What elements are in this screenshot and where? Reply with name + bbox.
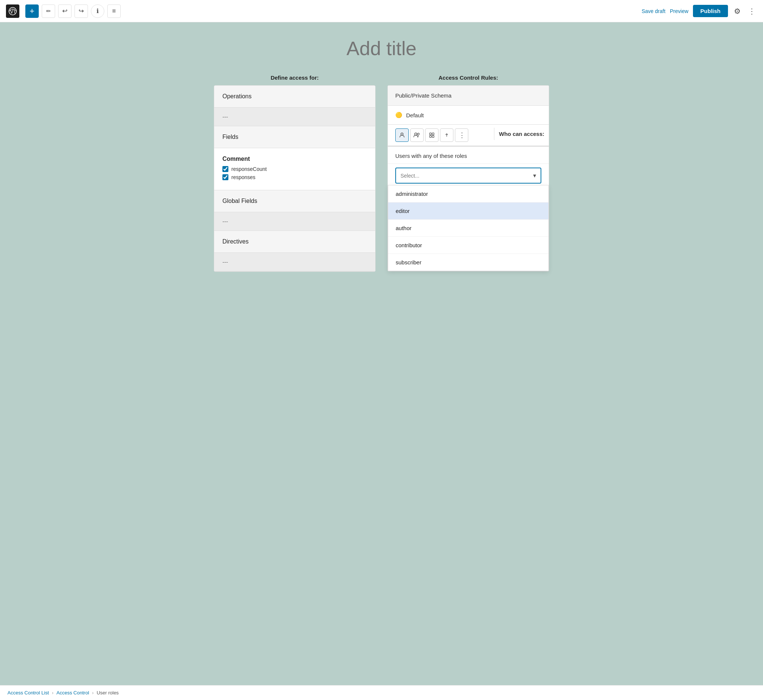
- left-col-label: Define access for:: [214, 75, 376, 81]
- operations-label: Operations: [222, 93, 251, 99]
- breadcrumb-bar: Access Control List › Access Control › U…: [0, 685, 763, 700]
- add-block-button[interactable]: +: [25, 5, 39, 18]
- responseCount-label: responseCount: [231, 166, 267, 172]
- list-item[interactable]: Operations: [214, 86, 375, 108]
- fields-label: Fields: [222, 134, 238, 140]
- checkbox-row: responses: [222, 174, 367, 180]
- dropdown-item[interactable]: editor: [388, 203, 548, 220]
- info-button[interactable]: ℹ: [91, 5, 104, 18]
- separator-label: ---: [222, 114, 228, 120]
- breadcrumb-separator: ›: [92, 690, 94, 695]
- users-icon-button[interactable]: [410, 128, 424, 142]
- list-item: ---: [214, 212, 375, 231]
- list-item[interactable]: Comment responseCount responses: [214, 148, 375, 190]
- directives-label: Directives: [222, 238, 249, 245]
- breadcrumb-access-control[interactable]: Access Control: [56, 690, 89, 695]
- list-item: ---: [214, 108, 375, 126]
- right-panel: Public/Private Schema 🟡 Default: [387, 85, 549, 272]
- list-item[interactable]: Directives: [214, 231, 375, 253]
- who-can-access-overlay: Who can access:: [494, 128, 549, 140]
- select-container: ▾: [388, 164, 549, 184]
- responses-label: responses: [231, 174, 255, 180]
- breadcrumb-separator: ›: [52, 690, 53, 695]
- breadcrumb-access-control-list[interactable]: Access Control List: [8, 690, 49, 695]
- topbar-right: Save draft Preview Publish ⚙ ⋮: [642, 5, 757, 17]
- svg-point-1: [401, 133, 403, 135]
- sort-icon-button[interactable]: [440, 128, 453, 142]
- redo-button[interactable]: ↪: [75, 5, 88, 18]
- who-access-section: Users with any of these roles ▾ administ…: [388, 146, 549, 271]
- two-column-layout: Define access for: Operations --- Fields…: [214, 75, 549, 272]
- responses-checkbox[interactable]: [222, 174, 229, 180]
- topbar: + ✏ ↩ ↪ ℹ ≡ Save draft Preview Publish ⚙…: [0, 0, 763, 22]
- dropdown-item[interactable]: author: [388, 220, 548, 237]
- svg-point-3: [418, 133, 420, 135]
- grid-icon-button[interactable]: [425, 128, 439, 142]
- svg-rect-7: [432, 136, 434, 138]
- wp-logo: [6, 5, 19, 18]
- edit-button[interactable]: ✏: [42, 5, 55, 18]
- dropdown-list: administrator editor author contributor: [388, 185, 549, 271]
- default-emoji: 🟡: [395, 112, 403, 119]
- dropdown-item[interactable]: subscriber: [388, 254, 548, 271]
- list-item[interactable]: Fields: [214, 126, 375, 148]
- page-title-input[interactable]: [251, 37, 512, 59]
- more-icon-button[interactable]: ⋮: [455, 128, 468, 142]
- undo-button[interactable]: ↩: [58, 5, 72, 18]
- dropdown-item[interactable]: contributor: [388, 237, 548, 254]
- separator-label-2: ---: [222, 218, 228, 225]
- list-item: ---: [214, 253, 375, 272]
- global-fields-label: Global Fields: [222, 198, 257, 204]
- default-row: 🟡 Default: [388, 106, 549, 125]
- dropdown-item[interactable]: administrator: [388, 186, 548, 203]
- preview-button[interactable]: Preview: [670, 8, 688, 14]
- breadcrumb-user-roles: User roles: [97, 690, 119, 695]
- comment-title: Comment: [222, 156, 367, 162]
- publish-button[interactable]: Publish: [693, 5, 728, 17]
- responseCount-checkbox[interactable]: [222, 166, 229, 172]
- list-view-button[interactable]: ≡: [107, 5, 121, 18]
- save-draft-button[interactable]: Save draft: [642, 8, 665, 14]
- list-item[interactable]: Global Fields: [214, 190, 375, 212]
- right-column: Access Control Rules: Public/Private Sch…: [387, 75, 549, 272]
- chevron-down-icon[interactable]: ▾: [533, 172, 536, 179]
- left-column: Define access for: Operations --- Fields…: [214, 75, 376, 272]
- svg-rect-6: [429, 136, 431, 138]
- checkbox-row: responseCount: [222, 166, 367, 172]
- svg-point-0: [9, 8, 16, 15]
- left-panel: Operations --- Fields Comment responseCo…: [214, 85, 376, 272]
- user-icon-button[interactable]: [395, 128, 409, 142]
- main-content: Define access for: Operations --- Fields…: [0, 22, 763, 685]
- settings-button[interactable]: ⚙: [732, 5, 742, 17]
- default-label: Default: [406, 112, 424, 119]
- users-with-roles-label: Users with any of these roles: [388, 147, 549, 164]
- select-input-wrapper[interactable]: ▾: [395, 167, 541, 184]
- role-select-input[interactable]: [401, 173, 533, 179]
- right-col-label: Access Control Rules:: [387, 75, 549, 81]
- schema-header: Public/Private Schema: [388, 86, 549, 106]
- more-options-button[interactable]: ⋮: [747, 5, 757, 17]
- svg-rect-4: [429, 133, 431, 135]
- separator-label-3: ---: [222, 259, 228, 265]
- svg-rect-5: [432, 133, 434, 135]
- svg-point-2: [415, 133, 417, 135]
